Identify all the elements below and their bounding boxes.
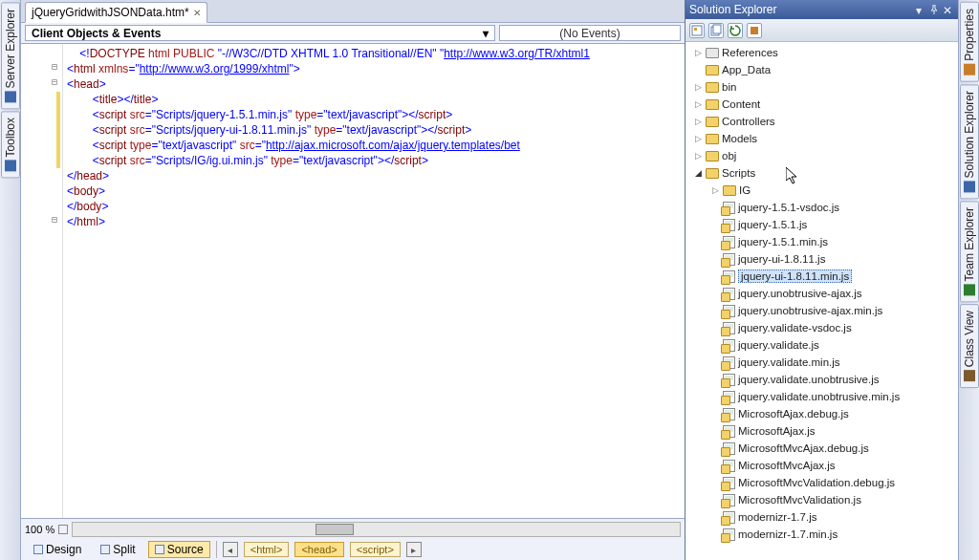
events-dropdown[interactable]: (No Events) — [499, 25, 681, 41]
solution-explorer-icon — [964, 181, 975, 192]
tree-file-item[interactable]: jquery.validate.min.js — [685, 354, 958, 371]
tree-item-label: Controllers — [722, 116, 775, 127]
tree-file-item[interactable]: MicrosoftMvcValidation.js — [685, 491, 958, 508]
solution-explorer-tab-label: Solution Explorer — [963, 91, 976, 178]
tree-file-item[interactable]: MicrosoftMvcValidation.debug.js — [685, 474, 958, 491]
breadcrumb-head[interactable]: <head> — [294, 542, 343, 557]
tree-file-item[interactable]: modernizr-1.7.min.js — [685, 526, 958, 543]
tree-file-item[interactable]: jquery-ui-1.8.11.js — [685, 250, 958, 268]
objects-dropdown[interactable]: Client Objects & Events▾ — [25, 25, 495, 41]
zoom-dropdown-button[interactable] — [58, 525, 68, 534]
outline-toggle[interactable]: ⊟ — [52, 76, 57, 87]
class-view-tab[interactable]: Class View — [960, 304, 979, 388]
design-view-button[interactable]: Design — [27, 541, 88, 558]
expand-arrow-icon[interactable]: ▷ — [693, 99, 703, 109]
team-explorer-tab[interactable]: Team Explorer — [960, 201, 979, 302]
breadcrumb-html[interactable]: <html> — [244, 542, 290, 557]
source-view-button[interactable]: Source — [148, 541, 210, 558]
document-tab-bar: jQueryGridwithJSONData.htm* ✕ — [21, 0, 685, 23]
tree-item-label: jquery.unobtrusive-ajax.js — [738, 288, 862, 299]
tree-file-item[interactable]: jquery.unobtrusive-ajax.min.js — [685, 302, 958, 319]
code-text[interactable]: <!DOCTYPE html PUBLIC "-//W3C//DTD XHTML… — [63, 44, 685, 518]
server-explorer-tab[interactable]: Server Explorer — [1, 2, 20, 109]
document-tab[interactable]: jQueryGridwithJSONData.htm* ✕ — [25, 2, 207, 23]
zoom-level[interactable]: 100 % — [25, 524, 54, 535]
refresh-button[interactable] — [728, 23, 743, 38]
nav-back-button[interactable]: ◂ — [223, 542, 238, 557]
nav-forward-button[interactable]: ▸ — [406, 542, 422, 557]
tree-folder-item[interactable]: ▷obj — [685, 147, 958, 164]
folder-icon — [706, 82, 719, 93]
close-icon[interactable]: ✕ — [193, 8, 201, 18]
view-code-button[interactable] — [747, 23, 762, 38]
tree-item-label: MicrosoftMvcValidation.debug.js — [738, 477, 895, 488]
tree-item-label: Scripts — [722, 167, 755, 179]
chevron-down-icon: ▾ — [483, 27, 489, 40]
tree-folder-item[interactable]: ◢Scripts — [685, 164, 958, 182]
pin-icon[interactable] — [929, 4, 941, 15]
expand-arrow-icon[interactable]: ▷ — [693, 151, 703, 161]
panel-titlebar[interactable]: Solution Explorer ▾ ✕ — [685, 0, 958, 19]
right-toolwindow-bar: Properties Solution Explorer Team Explor… — [958, 0, 979, 560]
expand-arrow-icon[interactable]: ▷ — [693, 82, 703, 92]
tree-file-item[interactable]: jquery.validate.unobtrusive.min.js — [685, 388, 958, 405]
show-all-files-button[interactable] — [708, 23, 724, 38]
tree-file-item[interactable]: jquery-ui-1.8.11.min.js — [685, 268, 958, 285]
folder-icon — [706, 168, 719, 179]
js-file-icon — [723, 442, 735, 455]
document-tab-title: jQueryGridwithJSONData.htm* — [32, 6, 189, 19]
tree-file-item[interactable]: jquery-1.5.1.js — [685, 216, 958, 233]
expand-arrow-icon[interactable]: ▷ — [710, 185, 720, 195]
tree-file-item[interactable]: jquery-1.5.1.min.js — [685, 233, 958, 250]
expand-arrow-icon[interactable]: ▷ — [693, 117, 703, 126]
split-view-button[interactable]: Split — [94, 541, 141, 558]
tree-folder-item[interactable]: App_Data — [685, 61, 958, 78]
tree-item-label: MicrosoftMvcAjax.debug.js — [738, 442, 869, 454]
breadcrumb-script[interactable]: <script> — [350, 542, 401, 557]
tree-folder-item[interactable]: ▷References — [685, 44, 958, 61]
outline-toggle[interactable]: ⊟ — [52, 61, 57, 72]
server-explorer-label: Server Explorer — [4, 9, 17, 88]
expand-arrow-icon[interactable]: ▷ — [693, 48, 703, 57]
horizontal-scrollbar[interactable] — [72, 522, 681, 537]
solution-explorer-tab[interactable]: Solution Explorer — [960, 84, 979, 199]
source-label: Source — [167, 543, 204, 556]
tree-file-item[interactable]: modernizr-1.7.js — [685, 508, 958, 526]
tree-folder-item[interactable]: ▷Models — [685, 130, 958, 147]
expand-arrow-icon[interactable]: ◢ — [693, 168, 703, 178]
expand-arrow-icon[interactable]: ▷ — [693, 134, 703, 143]
tree-file-item[interactable]: jquery.validate.unobtrusive.js — [685, 371, 958, 388]
tree-item-label: jquery-1.5.1-vsdoc.js — [738, 202, 839, 213]
js-file-icon — [723, 339, 735, 352]
tree-file-item[interactable]: jquery-1.5.1-vsdoc.js — [685, 199, 958, 216]
scrollbar-thumb[interactable] — [315, 524, 354, 535]
tree-folder-item[interactable]: ▷Content — [685, 96, 958, 113]
tree-file-item[interactable]: MicrosoftMvcAjax.js — [685, 457, 958, 474]
split-icon — [100, 545, 110, 554]
close-panel-icon[interactable]: ✕ — [943, 4, 954, 15]
tree-file-item[interactable]: jquery.unobtrusive-ajax.js — [685, 285, 958, 302]
tree-file-item[interactable]: MicrosoftAjax.js — [685, 422, 958, 440]
folder-icon — [706, 65, 719, 75]
tree-file-item[interactable]: MicrosoftAjax.debug.js — [685, 405, 958, 422]
properties-button[interactable] — [689, 23, 705, 38]
code-editor[interactable]: ⊟⊟⊟ <!DOCTYPE html PUBLIC "-//W3C//DTD X… — [21, 44, 685, 518]
tree-folder-item[interactable]: ▷Controllers — [685, 113, 958, 130]
outline-toggle[interactable]: ⊟ — [52, 214, 57, 225]
tree-folder-item[interactable]: ▷IG — [685, 182, 958, 199]
tree-item-label: jquery.validate-vsdoc.js — [738, 322, 852, 334]
js-file-icon — [723, 305, 735, 317]
tree-file-item[interactable]: jquery.validate.js — [685, 336, 958, 354]
left-toolwindow-bar: Server Explorer Toolbox — [0, 0, 21, 560]
tree-file-item[interactable]: MicrosoftMvcAjax.debug.js — [685, 440, 958, 457]
tree-folder-item[interactable]: ▷bin — [685, 78, 958, 96]
js-file-icon — [723, 356, 735, 369]
toolbox-tab[interactable]: Toolbox — [1, 111, 20, 178]
solution-tree[interactable]: ▷ReferencesApp_Data▷bin▷Content▷Controll… — [685, 42, 958, 560]
tree-item-label: App_Data — [722, 64, 771, 75]
properties-tab[interactable]: Properties — [960, 2, 979, 82]
change-bar — [56, 92, 60, 168]
solution-explorer-toolbar — [685, 19, 958, 42]
panel-menu-icon[interactable]: ▾ — [916, 4, 927, 15]
tree-file-item[interactable]: jquery.validate-vsdoc.js — [685, 319, 958, 336]
